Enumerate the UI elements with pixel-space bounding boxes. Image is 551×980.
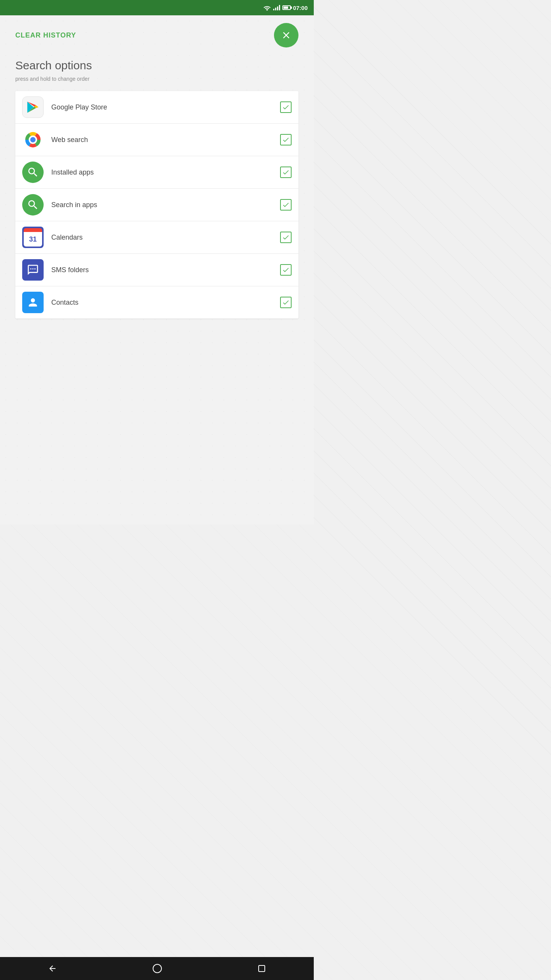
search-in-apps-checkbox[interactable] bbox=[280, 199, 292, 211]
calendars-icon-wrapper: 31 bbox=[22, 227, 44, 248]
svg-point-9 bbox=[30, 137, 36, 142]
checkmark-icon bbox=[282, 136, 290, 144]
clear-history-button[interactable]: CLEAR HISTORY bbox=[15, 31, 76, 39]
sms-folders-checkbox[interactable] bbox=[280, 264, 292, 276]
search-in-apps-icon-wrapper bbox=[22, 194, 44, 216]
chrome-icon-wrapper bbox=[22, 129, 44, 150]
sms-folders-label: SMS folders bbox=[51, 266, 280, 274]
close-icon bbox=[281, 30, 292, 41]
checkmark-icon bbox=[282, 266, 290, 274]
sms-icon bbox=[27, 264, 39, 276]
status-bar: 07:00 bbox=[0, 0, 314, 15]
checkmark-icon bbox=[282, 234, 290, 241]
options-list: Google Play Store bbox=[15, 91, 298, 318]
sms-icon-wrapper bbox=[22, 259, 44, 281]
checkmark-icon bbox=[282, 103, 290, 111]
checkmark-icon bbox=[282, 299, 290, 306]
svg-rect-0 bbox=[273, 9, 274, 10]
svg-rect-2 bbox=[277, 7, 278, 10]
installed-apps-label: Installed apps bbox=[51, 168, 280, 176]
svg-rect-3 bbox=[279, 5, 280, 10]
battery-icon bbox=[282, 5, 291, 10]
status-icons: 07:00 bbox=[263, 5, 308, 11]
calendars-checkbox[interactable] bbox=[280, 232, 292, 243]
page-title: Search options bbox=[15, 59, 298, 72]
web-search-checkbox[interactable] bbox=[280, 134, 292, 145]
installed-apps-checkbox[interactable] bbox=[280, 167, 292, 178]
status-time: 07:00 bbox=[293, 5, 308, 11]
contacts-checkbox[interactable] bbox=[280, 297, 292, 308]
play-store-icon-wrapper bbox=[22, 96, 44, 118]
checkmark-icon bbox=[282, 168, 290, 176]
web-search-label: Web search bbox=[51, 136, 280, 144]
contacts-label: Contacts bbox=[51, 299, 280, 307]
main-content: CLEAR HISTORY Search options press and h… bbox=[0, 15, 314, 524]
installed-apps-icon-wrapper bbox=[22, 162, 44, 183]
play-store-label: Google Play Store bbox=[51, 103, 280, 111]
header-row: CLEAR HISTORY bbox=[15, 23, 298, 47]
signal-icon bbox=[273, 5, 280, 10]
subtitle: press and hold to change order bbox=[15, 76, 298, 82]
search-icon bbox=[27, 166, 39, 178]
wifi-icon bbox=[263, 5, 271, 11]
play-store-icon bbox=[26, 100, 40, 114]
calendars-label: Calendars bbox=[51, 234, 280, 242]
svg-rect-1 bbox=[275, 8, 276, 10]
play-store-checkbox[interactable] bbox=[280, 101, 292, 113]
option-google-play-store[interactable]: Google Play Store bbox=[15, 91, 298, 124]
contacts-icon bbox=[27, 296, 39, 309]
checkmark-icon bbox=[282, 201, 290, 209]
calendar-number: 31 bbox=[29, 235, 37, 243]
close-button[interactable] bbox=[274, 23, 298, 47]
option-sms-folders[interactable]: SMS folders bbox=[15, 254, 298, 286]
option-calendars[interactable]: 31 Calendars bbox=[15, 221, 298, 254]
chrome-icon-clean bbox=[24, 131, 41, 148]
option-search-in-apps[interactable]: Search in apps bbox=[15, 189, 298, 221]
option-installed-apps[interactable]: Installed apps bbox=[15, 156, 298, 189]
title-section: Search options press and hold to change … bbox=[15, 59, 298, 82]
option-web-search[interactable]: Web search bbox=[15, 124, 298, 156]
contacts-icon-wrapper bbox=[22, 292, 44, 313]
search-icon-2 bbox=[27, 199, 39, 211]
search-in-apps-label: Search in apps bbox=[51, 201, 280, 209]
option-contacts[interactable]: Contacts bbox=[15, 286, 298, 318]
